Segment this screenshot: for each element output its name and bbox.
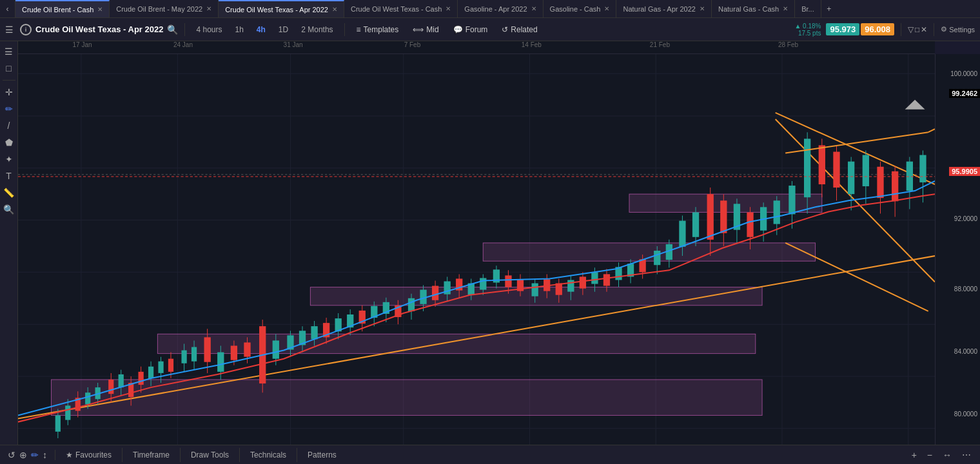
- price-84: 84.0000: [954, 347, 977, 354]
- symbol-search-icon[interactable]: 🔍: [167, 24, 178, 35]
- svg-rect-100: [480, 278, 486, 289]
- svg-rect-34: [85, 392, 90, 404]
- svg-rect-136: [707, 194, 714, 240]
- tab-crude-oil-west-texas-apr[interactable]: Crude Oil West Texas - Apr 2022 ✕: [219, 0, 344, 18]
- technicals-button[interactable]: Technicals: [240, 448, 297, 462]
- svg-rect-152: [819, 145, 825, 184]
- tf-1h[interactable]: 1h: [230, 24, 248, 35]
- sidebar-chart-icon[interactable]: □: [1, 61, 17, 76]
- tab-close-1[interactable]: ✕: [97, 6, 103, 13]
- svg-rect-66: [273, 340, 279, 358]
- svg-rect-120: [603, 274, 610, 285]
- main-area: ☰ □ ✛ ✏ / ⬟ ✦ T 📏 🔍 17 Jan 24 Jan 31 Jan…: [0, 41, 980, 445]
- sidebar-trendline-icon[interactable]: /: [1, 118, 17, 133]
- tab-close-6[interactable]: ✕: [604, 5, 609, 12]
- tab-close-4[interactable]: ✕: [446, 5, 451, 12]
- magnet-button[interactable]: ↕: [43, 450, 47, 460]
- tab-crude-oil-brent-may[interactable]: Crude Oil Brent - May 2022 ✕: [110, 0, 219, 18]
- tf-4hours[interactable]: 4 hours: [191, 24, 226, 35]
- svg-rect-128: [654, 251, 660, 265]
- price-current: 95.9905: [949, 167, 980, 176]
- settings-button[interactable]: ⚙ Settings: [941, 25, 975, 34]
- tab-natural-gas-cash[interactable]: Natural Gas - Cash ✕: [712, 0, 795, 18]
- tab-gasoline-cash[interactable]: Gasoline - Cash ✕: [544, 0, 617, 18]
- symbol-info: i Crude Oil West Texas - Apr 2022 🔍: [20, 24, 178, 35]
- zoom-fit-button[interactable]: ↔: [939, 449, 956, 461]
- sidebar-zoom-icon[interactable]: 🔍: [1, 202, 17, 217]
- sidebar-measure-icon[interactable]: 📏: [1, 185, 17, 200]
- draw-tools-button[interactable]: Draw Tools: [181, 448, 240, 462]
- tab-close-5[interactable]: ✕: [531, 5, 536, 12]
- tf-4h[interactable]: 4h: [252, 24, 270, 35]
- svg-rect-142: [747, 212, 753, 237]
- favourites-button[interactable]: ★ Favourites: [55, 448, 122, 462]
- sidebar-pencil-icon[interactable]: ✏: [1, 101, 17, 117]
- tab-bar: ‹ Crude Oil Brent - Cash ✕ Crude Oil Bre…: [0, 0, 980, 18]
- svg-rect-92: [432, 286, 438, 300]
- left-sidebar: ☰ □ ✛ ✏ / ⬟ ✦ T 📏 🔍: [0, 41, 18, 445]
- tab-natural-gas-apr[interactable]: Natural Gas - Apr 2022 ✕: [616, 0, 712, 18]
- chart-svg: [18, 54, 935, 445]
- sidebar-shapes-icon[interactable]: ⬟: [1, 135, 17, 150]
- svg-rect-28: [55, 416, 61, 432]
- svg-rect-114: [567, 280, 574, 291]
- window-close-icon[interactable]: ✕: [921, 25, 927, 34]
- svg-rect-38: [108, 380, 113, 394]
- svg-rect-150: [804, 139, 810, 197]
- svg-rect-46: [148, 367, 153, 378]
- svg-rect-48: [158, 362, 163, 373]
- sidebar-toggle-icon[interactable]: ☰: [5, 24, 14, 35]
- tab-crude-oil-west-texas-cash[interactable]: Crude Oil West Texas - Cash ✕: [344, 0, 458, 18]
- tf-1d[interactable]: 1D: [274, 24, 293, 35]
- tab-close-8[interactable]: ✕: [783, 5, 788, 12]
- sidebar-fibonacci-icon[interactable]: ✦: [1, 151, 17, 167]
- tab-crude-oil-brent-cash[interactable]: Crude Oil Brent - Cash ✕: [15, 0, 110, 18]
- price-80: 80.0000: [954, 410, 977, 417]
- forum-button[interactable]: 💬 Forum: [448, 23, 493, 36]
- date-axis: 17 Jan 24 Jan 31 Jan 7 Feb 14 Feb 21 Feb…: [18, 41, 935, 54]
- svg-rect-132: [679, 221, 685, 247]
- svg-rect-50: [168, 359, 173, 372]
- draw-pencil-button[interactable]: ✏: [31, 450, 39, 460]
- date-label-feb7: 7 Feb: [404, 41, 421, 48]
- tab-close-2[interactable]: ✕: [206, 5, 211, 12]
- svg-rect-160: [877, 167, 883, 198]
- sidebar-cursor-icon[interactable]: ✛: [1, 84, 17, 100]
- price-99: 99.2462: [949, 89, 980, 98]
- timeframe-button[interactable]: Timeframe: [122, 448, 181, 462]
- price-88: 88.0000: [954, 285, 977, 292]
- zoom-in-button[interactable]: +: [908, 449, 921, 461]
- sidebar-layout-icon[interactable]: ☰: [1, 44, 17, 59]
- date-label-feb14: 14 Feb: [522, 41, 542, 48]
- tab-add-button[interactable]: +: [821, 5, 837, 14]
- svg-rect-22: [483, 243, 815, 261]
- svg-rect-158: [863, 155, 869, 186]
- svg-rect-54: [191, 347, 197, 362]
- templates-icon: ≡: [357, 25, 361, 34]
- svg-rect-146: [774, 200, 780, 224]
- date-label-jan17: 17 Jan: [73, 41, 92, 48]
- tab-gasoline-apr[interactable]: Gasoline - Apr 2022 ✕: [458, 0, 543, 18]
- undo-button[interactable]: ↺: [8, 450, 15, 460]
- tab-nav-prev[interactable]: ‹: [0, 0, 15, 18]
- tab-brent-extra[interactable]: Br...: [795, 0, 821, 18]
- crosshair-button[interactable]: ⊕: [19, 450, 27, 460]
- related-button[interactable]: ↺ Related: [496, 23, 542, 36]
- tab-close-7[interactable]: ✕: [700, 5, 705, 12]
- tab-close-3[interactable]: ✕: [332, 6, 337, 13]
- symbol-circle: i: [20, 24, 32, 35]
- more-button[interactable]: ⋯: [958, 449, 975, 461]
- templates-button[interactable]: ≡ Templates: [351, 23, 404, 36]
- svg-rect-52: [181, 351, 186, 363]
- patterns-button[interactable]: Patterns: [297, 448, 347, 462]
- svg-rect-138: [720, 200, 727, 233]
- sidebar-text-icon[interactable]: T: [1, 168, 17, 184]
- svg-rect-72: [311, 326, 317, 339]
- zoom-out-button[interactable]: −: [923, 449, 936, 461]
- tf-2months[interactable]: 2 Months: [297, 24, 337, 35]
- mid-button[interactable]: ⟺ Mid: [407, 23, 444, 36]
- svg-rect-88: [408, 298, 415, 311]
- related-icon: ↺: [502, 25, 508, 34]
- window-maximize-icon[interactable]: □: [915, 25, 919, 34]
- window-minimize-icon[interactable]: ▽: [908, 25, 914, 34]
